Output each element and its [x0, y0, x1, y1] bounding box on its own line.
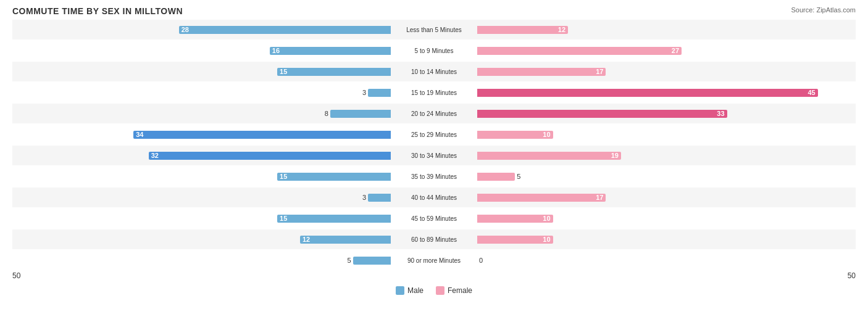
male-side: 5: [12, 257, 391, 265]
chart-row: 15 45 to 59 Minutes 10: [12, 208, 856, 228]
male-val-outside: 3: [362, 89, 366, 96]
row-label: 30 to 34 Minutes: [391, 152, 477, 159]
row-label: 40 to 44 Minutes: [391, 194, 477, 201]
male-val-inside: 16: [272, 47, 280, 54]
row-label: 90 or more Minutes: [391, 257, 477, 264]
female-bar: 12: [477, 26, 568, 34]
chart-row: 34 25 to 29 Minutes 10: [12, 125, 856, 144]
female-bar: 17: [477, 194, 606, 202]
male-bar: 34: [133, 131, 391, 139]
female-side: 19: [477, 152, 856, 160]
female-val-inside: 12: [558, 26, 565, 33]
female-bar: 10: [477, 131, 553, 139]
female-bar: 19: [477, 152, 621, 160]
male-val-inside: 15: [280, 173, 287, 180]
legend-male-label: Male: [407, 286, 424, 295]
row-label: 5 to 9 Minutes: [391, 47, 477, 54]
footer-left: 50: [12, 271, 20, 280]
female-side: 12: [477, 26, 856, 34]
chart-area: 28 Less than 5 Minutes 12 16 5 to 9 Minu…: [12, 20, 856, 270]
female-side: 5: [477, 173, 856, 181]
male-side: 16: [12, 47, 391, 55]
female-val-inside: 10: [543, 215, 550, 222]
chart-row: 28 Less than 5 Minutes 12: [12, 20, 856, 39]
female-side: 33: [477, 110, 856, 118]
chart-row: 16 5 to 9 Minutes 27: [12, 41, 856, 60]
male-side: 34: [12, 131, 391, 139]
male-val-inside: 28: [182, 26, 189, 33]
male-bar: 16: [270, 47, 391, 55]
male-bar: 15: [277, 215, 391, 223]
female-val-outside: 5: [517, 173, 520, 180]
legend: Male Female: [12, 286, 856, 295]
row-label: 15 to 19 Minutes: [391, 89, 477, 96]
chart-row: 32 30 to 34 Minutes 19: [12, 146, 856, 165]
legend-female: Female: [436, 286, 472, 295]
female-val-inside: 19: [611, 152, 619, 159]
female-bar: 45: [477, 89, 818, 97]
chart-row: 3 15 to 19 Minutes 45: [12, 83, 856, 102]
male-val-outside: 5: [348, 257, 351, 264]
female-bar: 10: [477, 215, 553, 223]
male-val-inside: 32: [151, 152, 159, 159]
male-side: 15: [12, 173, 391, 181]
female-side: 17: [477, 194, 856, 202]
chart-row: 12 60 to 89 Minutes 10: [12, 229, 856, 249]
legend-male-box: [396, 286, 404, 295]
chart-row: 8 20 to 24 Minutes 33: [12, 104, 856, 123]
chart-row: 15 35 to 39 Minutes 5: [12, 167, 856, 186]
male-val-inside: 15: [280, 68, 287, 75]
female-val-inside: 17: [596, 194, 603, 201]
male-val-inside: 15: [280, 215, 287, 222]
male-val-inside: 12: [303, 236, 310, 243]
female-side: 45: [477, 89, 856, 97]
row-label: Less than 5 Minutes: [391, 27, 477, 33]
chart-container: COMMUTE TIME BY SEX IN MILLTOWN Source: …: [12, 6, 856, 295]
chart-row: 3 40 to 44 Minutes 17: [12, 188, 856, 207]
legend-male: Male: [396, 286, 424, 295]
row-label: 35 to 39 Minutes: [391, 173, 477, 180]
male-bar: 28: [179, 26, 391, 34]
row-label: 60 to 89 Minutes: [391, 236, 477, 243]
male-bar: 32: [149, 152, 391, 160]
male-bar: 15: [277, 173, 391, 181]
male-bar: [368, 89, 391, 97]
female-side: 27: [477, 47, 856, 55]
female-bar: 10: [477, 236, 553, 244]
male-bar: [353, 257, 391, 265]
female-val-inside: 33: [717, 110, 724, 117]
chart-row: 5 90 or more Minutes 0: [12, 250, 856, 270]
male-side: 15: [12, 68, 391, 76]
row-label: 45 to 59 Minutes: [391, 215, 477, 222]
male-side: 3: [12, 194, 391, 202]
female-val-inside: 27: [672, 47, 679, 54]
source-label: Source: ZipAtlas.com: [791, 6, 856, 14]
male-bar: 15: [277, 68, 391, 76]
male-bar: 12: [300, 236, 391, 244]
male-side: 8: [12, 110, 391, 118]
chart-row: 15 10 to 14 Minutes 17: [12, 62, 856, 81]
female-bar: 27: [477, 47, 682, 55]
female-bar: 17: [477, 68, 606, 76]
male-val-outside: 8: [325, 110, 328, 117]
female-val-inside: 17: [596, 68, 603, 75]
female-val-inside: 10: [543, 236, 550, 243]
male-bar: [330, 110, 391, 118]
female-val-inside: 10: [543, 131, 550, 138]
legend-female-label: Female: [448, 286, 472, 295]
female-side: 10: [477, 215, 856, 223]
female-side: 10: [477, 236, 856, 244]
row-label: 25 to 29 Minutes: [391, 131, 477, 138]
row-label: 20 to 24 Minutes: [391, 110, 477, 117]
female-side: 10: [477, 131, 856, 139]
female-bar: 33: [477, 110, 727, 118]
legend-female-box: [436, 286, 444, 295]
male-side: 3: [12, 89, 391, 97]
footer-right: 50: [848, 271, 856, 280]
male-side: 32: [12, 152, 391, 160]
male-side: 12: [12, 236, 391, 244]
female-side: 0: [477, 257, 856, 265]
male-side: 28: [12, 26, 391, 34]
footer-row: 50 50: [12, 271, 856, 281]
male-val-inside: 34: [136, 131, 143, 138]
